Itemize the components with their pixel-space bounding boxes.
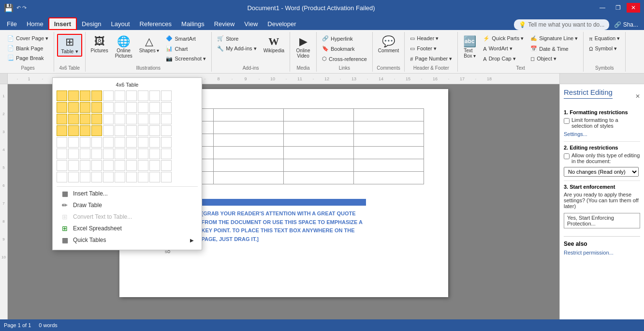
grid-cell[interactable] xyxy=(115,102,125,113)
signature-line-button[interactable]: ✍ Signature Line ▾ xyxy=(528,34,580,43)
grid-cell[interactable] xyxy=(115,149,125,159)
grid-cell[interactable] xyxy=(80,114,90,124)
grid-cell[interactable] xyxy=(161,149,172,159)
window-controls[interactable]: — ❐ ✕ xyxy=(596,3,640,13)
grid-cell[interactable] xyxy=(57,102,67,113)
grid-cell[interactable] xyxy=(149,90,160,101)
screenshot-button[interactable]: 📷 Screenshot ▾ xyxy=(163,54,208,63)
grid-cell[interactable] xyxy=(138,102,148,113)
hyperlink-button[interactable]: 🔗 Hyperlink xyxy=(320,34,369,43)
chart-button[interactable]: 📊 Chart xyxy=(163,44,208,53)
cover-page-button[interactable]: 📄 Cover Page ▾ xyxy=(5,34,51,43)
text-box-button[interactable]: 🔤 TextBox ▾ xyxy=(461,34,479,60)
grid-cell[interactable] xyxy=(161,160,172,171)
grid-cell[interactable] xyxy=(149,172,160,182)
grid-cell[interactable] xyxy=(91,102,102,113)
grid-cell[interactable] xyxy=(115,160,125,171)
tab-references[interactable]: References xyxy=(135,17,176,30)
header-button[interactable]: ▭ Header ▾ xyxy=(408,34,454,43)
grid-cell[interactable] xyxy=(103,90,114,101)
grid-cell[interactable] xyxy=(126,137,137,148)
tab-home[interactable]: Home xyxy=(22,17,48,30)
table-grid[interactable] xyxy=(57,90,198,182)
grid-cell[interactable] xyxy=(91,125,102,136)
grid-cell[interactable] xyxy=(57,114,67,124)
grid-cell[interactable] xyxy=(138,172,148,182)
grid-cell[interactable] xyxy=(91,172,102,182)
grid-cell[interactable] xyxy=(57,125,67,136)
grid-cell[interactable] xyxy=(138,125,148,136)
blank-page-button[interactable]: 📄 Blank Page xyxy=(5,44,45,53)
grid-cell[interactable] xyxy=(57,172,67,182)
drop-cap-button[interactable]: A Drop Cap ▾ xyxy=(481,54,526,63)
page-break-button[interactable]: 📃 Page Break xyxy=(5,53,46,62)
grid-cell[interactable] xyxy=(115,114,125,124)
grid-cell[interactable] xyxy=(91,137,102,148)
grid-cell[interactable] xyxy=(161,90,172,101)
bookmark-button[interactable]: 🔖 Bookmark xyxy=(320,44,369,53)
close-button[interactable]: ✕ xyxy=(627,3,640,13)
wikipedia-button[interactable]: W Wikipedia xyxy=(261,34,287,55)
online-video-button[interactable]: ▶ OnlineVideo xyxy=(293,34,313,60)
grid-cell[interactable] xyxy=(103,125,114,136)
minimize-button[interactable]: — xyxy=(596,3,609,13)
grid-cell[interactable] xyxy=(126,102,137,113)
section1-settings-link[interactable]: Settings... xyxy=(564,131,587,137)
grid-cell[interactable] xyxy=(138,137,148,148)
my-addins-button[interactable]: 🔧 My Add-ins ▾ xyxy=(215,44,259,53)
footer-button[interactable]: ▭ Footer ▾ xyxy=(408,44,454,53)
excel-spreadsheet-item[interactable]: ⊞ Excel Spreadsheet xyxy=(57,223,198,234)
grid-cell[interactable] xyxy=(115,90,125,101)
grid-cell[interactable] xyxy=(57,160,67,171)
grid-cell[interactable] xyxy=(126,149,137,159)
grid-cell[interactable] xyxy=(80,172,90,182)
comment-button[interactable]: 💬 Comment xyxy=(376,34,401,55)
equation-button[interactable]: π Equation ▾ xyxy=(586,34,622,43)
grid-cell[interactable] xyxy=(68,125,79,136)
grid-cell[interactable] xyxy=(126,160,137,171)
grid-cell[interactable] xyxy=(68,102,79,113)
share-button[interactable]: 🔗 Sha... xyxy=(614,21,638,28)
shapes-button[interactable]: △ Shapes ▾ xyxy=(137,34,162,55)
grid-cell[interactable] xyxy=(91,149,102,159)
grid-cell[interactable] xyxy=(161,137,172,148)
grid-cell[interactable] xyxy=(80,149,90,159)
restore-button[interactable]: ❐ xyxy=(611,3,625,13)
section2-dropdown[interactable]: No changes (Read only) xyxy=(564,167,639,177)
tab-review[interactable]: Review xyxy=(209,17,240,30)
grid-cell[interactable] xyxy=(126,172,137,182)
insert-table-item[interactable]: ▦ Insert Table... xyxy=(57,188,198,199)
grid-cell[interactable] xyxy=(68,160,79,171)
grid-cell[interactable] xyxy=(68,172,79,182)
tab-design[interactable]: Design xyxy=(77,17,106,30)
grid-cell[interactable] xyxy=(68,149,79,159)
object-button[interactable]: ◻ Object ▾ xyxy=(528,54,580,63)
grid-cell[interactable] xyxy=(138,160,148,171)
grid-cell[interactable] xyxy=(57,149,67,159)
tab-mailings[interactable]: Mailings xyxy=(176,17,209,30)
grid-cell[interactable] xyxy=(161,102,172,113)
grid-cell[interactable] xyxy=(161,172,172,182)
store-button[interactable]: 🛒 Store xyxy=(215,34,259,43)
enforce-protection-button[interactable]: Yes, Start Enforcing Protection... xyxy=(564,213,640,228)
tell-me-bar[interactable]: 💡 Tell me what you want to do... xyxy=(514,19,609,30)
smartart-button[interactable]: 🔷 SmartArt xyxy=(163,34,208,43)
grid-cell[interactable] xyxy=(126,114,137,124)
grid-cell[interactable] xyxy=(80,160,90,171)
grid-cell[interactable] xyxy=(68,114,79,124)
grid-cell[interactable] xyxy=(57,90,67,101)
pictures-button[interactable]: 🖼 Pictures xyxy=(88,34,111,55)
grid-cell[interactable] xyxy=(57,137,67,148)
tab-view[interactable]: View xyxy=(239,17,263,30)
tab-file[interactable]: File xyxy=(2,17,22,30)
grid-cell[interactable] xyxy=(103,137,114,148)
grid-cell[interactable] xyxy=(68,137,79,148)
grid-cell[interactable] xyxy=(138,114,148,124)
symbol-button[interactable]: Ω Symbol ▾ xyxy=(586,44,622,53)
page-number-button[interactable]: # Page Number ▾ xyxy=(408,54,454,63)
grid-cell[interactable] xyxy=(149,102,160,113)
grid-cell[interactable] xyxy=(91,90,102,101)
grid-cell[interactable] xyxy=(149,114,160,124)
grid-cell[interactable] xyxy=(115,125,125,136)
grid-cell[interactable] xyxy=(103,160,114,171)
